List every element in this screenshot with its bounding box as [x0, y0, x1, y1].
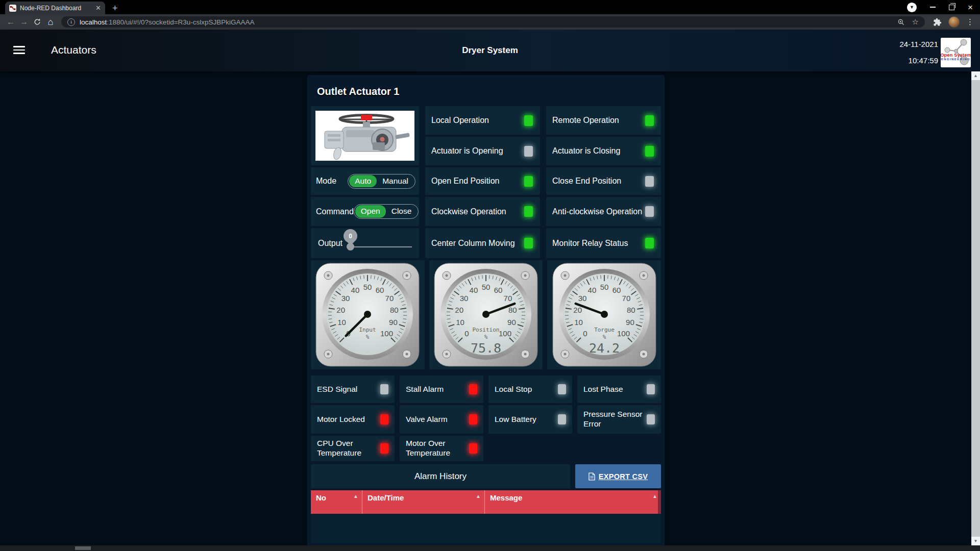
status-tile: Local Operation [425, 106, 540, 135]
svg-text:100: 100 [499, 329, 511, 338]
status-label: Anti-clockwise Operation [546, 207, 645, 216]
svg-text:Input: Input [359, 327, 376, 333]
alarm-label: Local Stop [488, 385, 558, 394]
alarm-tile: Stall Alarm [400, 375, 483, 403]
scroll-up-arrow[interactable]: ▲ [971, 71, 980, 80]
vertical-scrollbar-thumb[interactable] [971, 80, 980, 537]
status-label: Open End Position [425, 176, 524, 186]
column-header-message[interactable]: Message▲ [484, 490, 661, 514]
tab-close-icon[interactable]: ✕ [95, 5, 101, 11]
gauge-input: 0102030405060708090100Input% [314, 262, 421, 368]
output-slider[interactable]: 0 [342, 228, 415, 258]
status-label: Remote Operation [546, 115, 645, 125]
bookmark-star-icon[interactable]: ☆ [912, 17, 919, 27]
mode-option-auto[interactable]: Auto [349, 175, 377, 187]
svg-text:Torgue: Torgue [594, 327, 615, 333]
gauge-tile-input: 0102030405060708090100Input% [311, 260, 425, 369]
column-header-no[interactable]: No▲ [311, 490, 362, 514]
mode-toggle: Auto Manual [348, 174, 415, 189]
status-label: Actuator is Opening [425, 146, 524, 156]
alarm-led [647, 384, 655, 394]
actuator-image [311, 106, 419, 165]
command-option-open[interactable]: Open [355, 205, 386, 217]
slider-track[interactable] [351, 246, 412, 247]
svg-text:50: 50 [600, 283, 608, 291]
media-control-button[interactable]: ▼ [907, 3, 917, 12]
status-led [645, 176, 654, 187]
forward-icon[interactable]: → [17, 15, 31, 29]
alarm-tile: Low Battery [488, 405, 572, 434]
node-red-favicon [9, 5, 16, 12]
tab-title: Node-RED Dashboard [20, 5, 92, 12]
status-led [645, 146, 654, 157]
status-tile: Actuator is Opening [425, 137, 540, 165]
command-option-close[interactable]: Close [386, 205, 418, 217]
svg-text:30: 30 [341, 294, 350, 303]
svg-text:%: % [602, 334, 606, 340]
header-time: 10:47:59 [909, 56, 938, 65]
command-control: Command Open Close [311, 197, 419, 226]
sort-arrow-icon[interactable]: ▲ [476, 493, 481, 499]
back-icon[interactable]: ← [4, 15, 17, 29]
profile-avatar[interactable] [948, 16, 960, 28]
vertical-scrollbar[interactable]: ▲ ▼ [971, 71, 980, 545]
new-tab-button[interactable]: + [112, 4, 118, 13]
mode-option-manual[interactable]: Manual [377, 175, 414, 187]
svg-text:20: 20 [573, 306, 582, 314]
svg-text:50: 50 [363, 283, 372, 291]
status-tile: Clockwise Operation [425, 197, 540, 226]
svg-text:10: 10 [456, 318, 464, 327]
home-icon[interactable]: ⌂ [44, 15, 57, 29]
site-info-icon[interactable]: i [67, 18, 75, 26]
export-csv-button[interactable]: EXPORT CSV [575, 464, 661, 488]
svg-text:10: 10 [574, 318, 583, 327]
gauge-position: 0102030405060708090100Position%75.8 [433, 262, 539, 368]
window-restore-button[interactable] [949, 5, 954, 10]
alarm-tile: Motor Locked [311, 405, 395, 434]
zoom-icon[interactable] [897, 18, 905, 26]
alarm-tile: ESD Signal [311, 375, 395, 403]
window-close-button[interactable]: × [968, 3, 973, 12]
status-tile: Open End Position [425, 167, 540, 195]
sort-arrow-icon[interactable]: ▲ [353, 493, 358, 499]
url-bar[interactable]: i localhost:1880/ui/#!/0?socketid=R3u-cs… [61, 16, 925, 28]
panel-title: Outlet Actuator 1 [311, 75, 661, 106]
svg-text:%: % [366, 334, 370, 340]
status-label: Monitor Relay Status [546, 238, 645, 248]
scroll-down-arrow[interactable]: ▼ [971, 537, 980, 545]
horizontal-scrollbar-thumb[interactable] [75, 546, 91, 550]
svg-text:%: % [484, 334, 488, 340]
alarm-led [469, 443, 477, 454]
svg-text:90: 90 [507, 318, 516, 327]
svg-text:0: 0 [583, 329, 587, 338]
extensions-puzzle-icon[interactable] [933, 18, 942, 27]
horizontal-scrollbar[interactable] [0, 545, 980, 551]
gauge-tile-position: 0102030405060708090100Position%75.8 [429, 260, 543, 369]
svg-text:100: 100 [380, 329, 393, 338]
alarm-tile: CPU Over Temperature [311, 436, 395, 461]
status-label: Local Operation [425, 115, 524, 125]
window-minimize-button[interactable] [930, 7, 936, 8]
status-label: Center Column Moving [425, 238, 524, 248]
status-led [524, 146, 533, 157]
header-date: 24-11-2021 [899, 40, 938, 48]
alarm-led [558, 414, 566, 424]
sort-arrow-icon[interactable]: ▲ [652, 493, 657, 499]
app-title: Dryer System [0, 45, 980, 56]
status-led [645, 206, 654, 217]
gauge-torgue: 0102030405060708090100Torgue%24.2 [551, 262, 657, 368]
svg-text:60: 60 [612, 286, 621, 294]
alarm-tile: Motor Over Temperature [400, 436, 483, 461]
reload-icon[interactable] [31, 15, 44, 29]
svg-text:40: 40 [351, 286, 360, 294]
dashboard-header: Actuators Dryer System 24-11-2021 10:47:… [0, 30, 980, 71]
alarm-led [380, 443, 388, 454]
outlet-actuator-panel: Outlet Actuator 1 [307, 75, 665, 551]
svg-text:30: 30 [460, 294, 469, 303]
browser-tab[interactable]: Node-RED Dashboard ✕ [5, 2, 105, 14]
browser-menu-icon[interactable]: ⋮ [966, 17, 974, 27]
slider-value-bubble: 0 [344, 229, 357, 243]
column-header-date-time[interactable]: Date/Time▲ [362, 490, 484, 514]
status-label: Clockwise Operation [425, 207, 524, 216]
svg-text:70: 70 [385, 294, 394, 303]
